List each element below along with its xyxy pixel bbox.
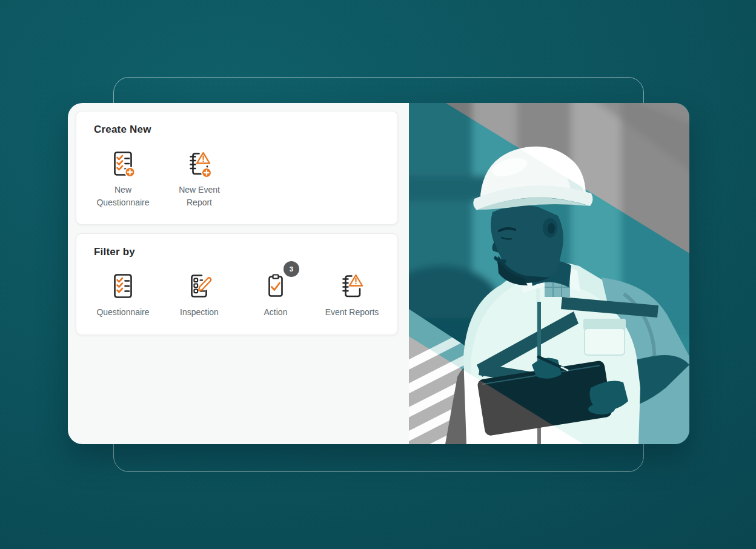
main-card: Create New [68, 103, 689, 444]
new-questionnaire-button[interactable]: New Questionnaire [88, 149, 158, 209]
action-count-badge: 3 [284, 261, 299, 277]
new-questionnaire-icon [108, 149, 138, 178]
questionnaire-icon [108, 271, 138, 301]
action-label: Action [264, 306, 288, 319]
inspection-label: Inspection [180, 306, 219, 319]
action-icon: 3 [261, 271, 290, 301]
filter-event-reports-button[interactable]: Event Reports [317, 271, 387, 319]
hero-photo-illustration [409, 103, 689, 444]
page-background: Create New [0, 0, 756, 549]
new-questionnaire-label: New Questionnaire [91, 184, 154, 209]
event-reports-icon [337, 271, 366, 301]
event-reports-label: Event Reports [325, 306, 379, 319]
filter-by-card: Filter by [76, 233, 398, 335]
filter-action-button[interactable]: 3 Action [240, 271, 311, 319]
filter-questionnaire-button[interactable]: Questionnaire [88, 271, 158, 319]
filter-items: Questionnaire [76, 271, 397, 319]
hero-photo [409, 103, 689, 444]
filter-inspection-button[interactable]: Inspection [164, 271, 234, 319]
actions-panel: Create New [68, 103, 409, 444]
questionnaire-label: Questionnaire [96, 306, 149, 319]
new-event-report-icon [185, 149, 214, 178]
new-event-report-label: New Event Report [168, 184, 231, 209]
create-new-items: New Questionnaire [76, 149, 397, 209]
filter-by-title: Filter by [94, 246, 397, 258]
inspection-icon [185, 271, 214, 301]
new-event-report-button[interactable]: New Event Report [164, 149, 234, 209]
create-new-card: Create New [76, 111, 398, 225]
create-new-title: Create New [94, 124, 397, 136]
